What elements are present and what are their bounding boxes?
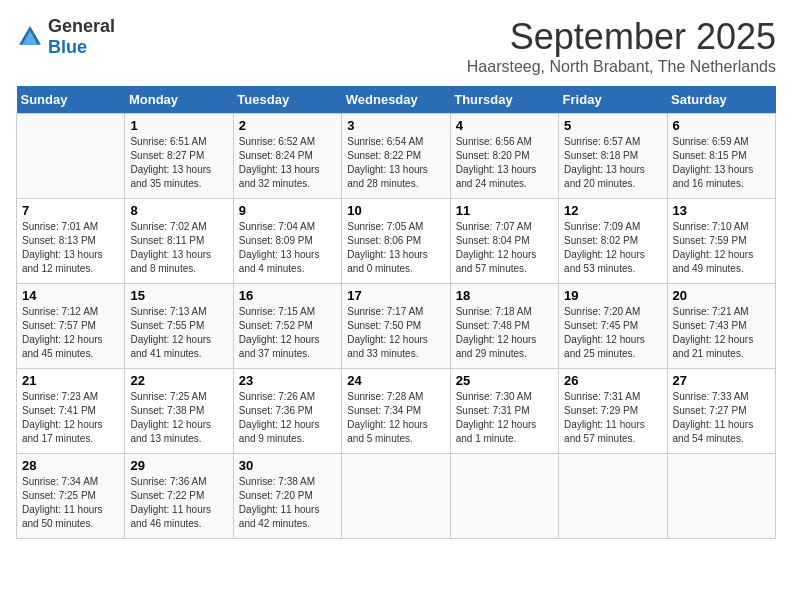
calendar-cell: 12Sunrise: 7:09 AM Sunset: 8:02 PM Dayli… [559, 199, 667, 284]
calendar-cell: 29Sunrise: 7:36 AM Sunset: 7:22 PM Dayli… [125, 454, 233, 539]
weekday-header: Tuesday [233, 86, 341, 114]
page-header: General Blue September 2025 Haarsteeg, N… [16, 16, 776, 76]
title-block: September 2025 Haarsteeg, North Brabant,… [467, 16, 776, 76]
day-number: 1 [130, 118, 227, 133]
calendar-cell: 13Sunrise: 7:10 AM Sunset: 7:59 PM Dayli… [667, 199, 775, 284]
day-number: 6 [673, 118, 770, 133]
day-number: 30 [239, 458, 336, 473]
calendar-cell: 28Sunrise: 7:34 AM Sunset: 7:25 PM Dayli… [17, 454, 125, 539]
day-info: Sunrise: 7:26 AM Sunset: 7:36 PM Dayligh… [239, 390, 336, 446]
day-number: 13 [673, 203, 770, 218]
calendar-cell: 7Sunrise: 7:01 AM Sunset: 8:13 PM Daylig… [17, 199, 125, 284]
calendar-cell: 6Sunrise: 6:59 AM Sunset: 8:15 PM Daylig… [667, 114, 775, 199]
calendar-cell [17, 114, 125, 199]
day-info: Sunrise: 7:31 AM Sunset: 7:29 PM Dayligh… [564, 390, 661, 446]
day-number: 2 [239, 118, 336, 133]
day-number: 26 [564, 373, 661, 388]
weekday-header: Friday [559, 86, 667, 114]
calendar-week-row: 21Sunrise: 7:23 AM Sunset: 7:41 PM Dayli… [17, 369, 776, 454]
calendar-cell: 2Sunrise: 6:52 AM Sunset: 8:24 PM Daylig… [233, 114, 341, 199]
day-number: 11 [456, 203, 553, 218]
day-info: Sunrise: 6:57 AM Sunset: 8:18 PM Dayligh… [564, 135, 661, 191]
day-info: Sunrise: 7:33 AM Sunset: 7:27 PM Dayligh… [673, 390, 770, 446]
day-info: Sunrise: 6:54 AM Sunset: 8:22 PM Dayligh… [347, 135, 444, 191]
calendar-cell: 9Sunrise: 7:04 AM Sunset: 8:09 PM Daylig… [233, 199, 341, 284]
calendar-cell: 26Sunrise: 7:31 AM Sunset: 7:29 PM Dayli… [559, 369, 667, 454]
day-number: 18 [456, 288, 553, 303]
weekday-header: Sunday [17, 86, 125, 114]
day-number: 3 [347, 118, 444, 133]
day-number: 12 [564, 203, 661, 218]
month-title: September 2025 [467, 16, 776, 58]
day-number: 9 [239, 203, 336, 218]
calendar-cell: 11Sunrise: 7:07 AM Sunset: 8:04 PM Dayli… [450, 199, 558, 284]
day-info: Sunrise: 7:09 AM Sunset: 8:02 PM Dayligh… [564, 220, 661, 276]
day-number: 10 [347, 203, 444, 218]
calendar-cell: 27Sunrise: 7:33 AM Sunset: 7:27 PM Dayli… [667, 369, 775, 454]
day-info: Sunrise: 7:13 AM Sunset: 7:55 PM Dayligh… [130, 305, 227, 361]
day-info: Sunrise: 7:07 AM Sunset: 8:04 PM Dayligh… [456, 220, 553, 276]
calendar-cell: 30Sunrise: 7:38 AM Sunset: 7:20 PM Dayli… [233, 454, 341, 539]
day-info: Sunrise: 7:36 AM Sunset: 7:22 PM Dayligh… [130, 475, 227, 531]
day-number: 15 [130, 288, 227, 303]
day-info: Sunrise: 6:56 AM Sunset: 8:20 PM Dayligh… [456, 135, 553, 191]
calendar-cell: 21Sunrise: 7:23 AM Sunset: 7:41 PM Dayli… [17, 369, 125, 454]
day-info: Sunrise: 7:05 AM Sunset: 8:06 PM Dayligh… [347, 220, 444, 276]
logo-icon [16, 23, 44, 51]
day-info: Sunrise: 7:34 AM Sunset: 7:25 PM Dayligh… [22, 475, 119, 531]
day-number: 24 [347, 373, 444, 388]
day-info: Sunrise: 7:02 AM Sunset: 8:11 PM Dayligh… [130, 220, 227, 276]
calendar-cell: 24Sunrise: 7:28 AM Sunset: 7:34 PM Dayli… [342, 369, 450, 454]
weekday-header: Saturday [667, 86, 775, 114]
calendar-cell: 19Sunrise: 7:20 AM Sunset: 7:45 PM Dayli… [559, 284, 667, 369]
day-number: 29 [130, 458, 227, 473]
day-number: 16 [239, 288, 336, 303]
calendar-week-row: 1Sunrise: 6:51 AM Sunset: 8:27 PM Daylig… [17, 114, 776, 199]
day-number: 28 [22, 458, 119, 473]
day-info: Sunrise: 7:17 AM Sunset: 7:50 PM Dayligh… [347, 305, 444, 361]
day-info: Sunrise: 7:18 AM Sunset: 7:48 PM Dayligh… [456, 305, 553, 361]
calendar-cell: 14Sunrise: 7:12 AM Sunset: 7:57 PM Dayli… [17, 284, 125, 369]
calendar-cell: 16Sunrise: 7:15 AM Sunset: 7:52 PM Dayli… [233, 284, 341, 369]
calendar-cell: 25Sunrise: 7:30 AM Sunset: 7:31 PM Dayli… [450, 369, 558, 454]
day-info: Sunrise: 6:52 AM Sunset: 8:24 PM Dayligh… [239, 135, 336, 191]
logo-text-blue: Blue [48, 37, 87, 57]
day-info: Sunrise: 7:10 AM Sunset: 7:59 PM Dayligh… [673, 220, 770, 276]
calendar-cell: 15Sunrise: 7:13 AM Sunset: 7:55 PM Dayli… [125, 284, 233, 369]
calendar-week-row: 7Sunrise: 7:01 AM Sunset: 8:13 PM Daylig… [17, 199, 776, 284]
day-info: Sunrise: 7:21 AM Sunset: 7:43 PM Dayligh… [673, 305, 770, 361]
day-info: Sunrise: 7:38 AM Sunset: 7:20 PM Dayligh… [239, 475, 336, 531]
day-number: 17 [347, 288, 444, 303]
calendar-cell [342, 454, 450, 539]
calendar-cell [667, 454, 775, 539]
day-number: 5 [564, 118, 661, 133]
calendar-cell: 23Sunrise: 7:26 AM Sunset: 7:36 PM Dayli… [233, 369, 341, 454]
weekday-header: Wednesday [342, 86, 450, 114]
calendar-cell: 18Sunrise: 7:18 AM Sunset: 7:48 PM Dayli… [450, 284, 558, 369]
day-info: Sunrise: 7:20 AM Sunset: 7:45 PM Dayligh… [564, 305, 661, 361]
day-info: Sunrise: 7:12 AM Sunset: 7:57 PM Dayligh… [22, 305, 119, 361]
calendar-cell [559, 454, 667, 539]
day-number: 19 [564, 288, 661, 303]
day-info: Sunrise: 7:04 AM Sunset: 8:09 PM Dayligh… [239, 220, 336, 276]
day-number: 22 [130, 373, 227, 388]
day-number: 7 [22, 203, 119, 218]
day-info: Sunrise: 7:01 AM Sunset: 8:13 PM Dayligh… [22, 220, 119, 276]
calendar-cell: 20Sunrise: 7:21 AM Sunset: 7:43 PM Dayli… [667, 284, 775, 369]
weekday-header-row: SundayMondayTuesdayWednesdayThursdayFrid… [17, 86, 776, 114]
logo: General Blue [16, 16, 115, 58]
day-number: 27 [673, 373, 770, 388]
day-info: Sunrise: 7:25 AM Sunset: 7:38 PM Dayligh… [130, 390, 227, 446]
weekday-header: Thursday [450, 86, 558, 114]
day-info: Sunrise: 7:15 AM Sunset: 7:52 PM Dayligh… [239, 305, 336, 361]
calendar-table: SundayMondayTuesdayWednesdayThursdayFrid… [16, 86, 776, 539]
day-number: 8 [130, 203, 227, 218]
day-number: 4 [456, 118, 553, 133]
calendar-cell [450, 454, 558, 539]
day-info: Sunrise: 7:30 AM Sunset: 7:31 PM Dayligh… [456, 390, 553, 446]
day-number: 20 [673, 288, 770, 303]
day-number: 25 [456, 373, 553, 388]
day-info: Sunrise: 7:28 AM Sunset: 7:34 PM Dayligh… [347, 390, 444, 446]
day-info: Sunrise: 6:51 AM Sunset: 8:27 PM Dayligh… [130, 135, 227, 191]
location-title: Haarsteeg, North Brabant, The Netherland… [467, 58, 776, 76]
